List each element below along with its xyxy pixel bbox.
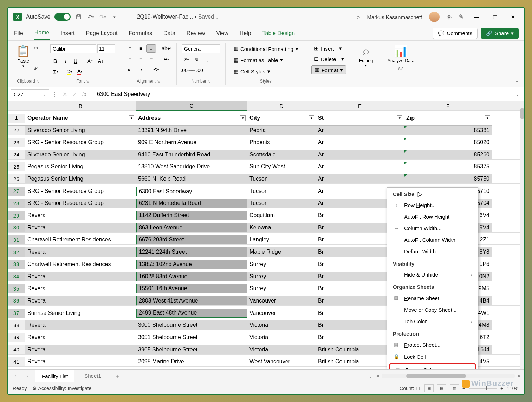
filter-arrow-icon[interactable]: ▾ xyxy=(397,115,402,121)
format-cells-button[interactable]: ▦Format ▾ xyxy=(311,65,346,74)
cell[interactable]: Revera xyxy=(25,333,136,342)
cell[interactable]: Surrey xyxy=(247,260,316,269)
cell[interactable]: 13810 West Sandridge Drive xyxy=(136,162,247,171)
row-header[interactable]: 35 xyxy=(8,284,25,293)
tab-page-layout[interactable]: Page Layout xyxy=(85,27,118,40)
row-header[interactable]: 30 xyxy=(8,223,25,233)
align-center-icon[interactable]: ≡ xyxy=(136,55,145,63)
row-header[interactable]: 32 xyxy=(8,247,25,257)
column-header[interactable]: C xyxy=(136,101,247,111)
cell[interactable]: Ar xyxy=(316,174,404,184)
share-button[interactable]: 🔗 Share ▾ xyxy=(481,28,519,39)
menu-column-width[interactable]: ↔Column Width... xyxy=(387,222,478,234)
diamond-icon[interactable]: ◈ xyxy=(447,13,452,21)
cell[interactable]: Tucson xyxy=(247,199,316,208)
bold-button[interactable]: B xyxy=(50,57,60,65)
row-header[interactable]: 29 xyxy=(8,211,25,220)
merge-center-icon[interactable]: ⬌▾ xyxy=(162,55,171,63)
align-middle-icon[interactable]: ≡ xyxy=(136,44,145,53)
expand-formula-icon[interactable]: ⌄ xyxy=(513,92,521,97)
pen-icon[interactable]: ✎ xyxy=(459,13,464,21)
cell[interactable]: Silverado Senior Living xyxy=(25,125,136,135)
cell[interactable]: 909 E Northern Avenue xyxy=(136,138,247,147)
cell[interactable]: 12241 224th Street xyxy=(136,247,247,257)
cell[interactable]: 9410 East Thunderbird Road xyxy=(136,150,247,160)
cell[interactable]: Surrey xyxy=(247,284,316,293)
clipboard-launcher[interactable]: ↘ xyxy=(37,79,39,83)
sheet-next-icon[interactable]: › xyxy=(23,373,32,379)
menu-format-cells[interactable]: ⊞Format Cells... xyxy=(389,363,476,369)
row-header[interactable]: 27 xyxy=(8,187,25,196)
cell[interactable]: 85381 xyxy=(404,125,492,135)
menu-tab-color[interactable]: Tab Color› xyxy=(387,316,478,327)
view-page-layout-icon[interactable]: ▤ xyxy=(437,384,446,392)
cell[interactable]: Ar xyxy=(316,162,404,171)
menu-default-width[interactable]: Default Width... xyxy=(387,246,478,257)
cell[interactable]: Revera xyxy=(25,223,136,233)
zoom-out-icon[interactable]: − xyxy=(462,385,465,391)
zoom-level[interactable]: 110% xyxy=(507,385,519,391)
sheet-menu-icon[interactable]: ⋮ xyxy=(368,372,373,379)
font-launcher[interactable]: ↘ xyxy=(86,79,89,83)
tab-help[interactable]: Help xyxy=(239,27,252,40)
undo-icon[interactable]: ↶▾ xyxy=(87,13,95,21)
menu-hide-unhide[interactable]: Hide & Unhide› xyxy=(387,269,478,280)
menu-move-copy[interactable]: Move or Copy Sheet... xyxy=(387,304,478,316)
comma-format-icon[interactable]: , xyxy=(203,56,213,64)
delete-cells-button[interactable]: ⊟Delete ▾ xyxy=(311,55,347,63)
paste-button[interactable]: 📋 Paste ▾ xyxy=(16,44,30,68)
row-header[interactable]: 38 xyxy=(8,320,25,330)
horizontal-scrollbar[interactable] xyxy=(382,374,515,378)
cell[interactable]: 6231 N Montebella Road xyxy=(136,199,247,208)
cell[interactable]: Maple Ridge xyxy=(247,247,316,257)
analyze-data-button[interactable]: 📊 Analyze Data xyxy=(384,43,418,65)
zoom-slider[interactable] xyxy=(469,388,497,389)
cell[interactable]: West Vancouver xyxy=(247,357,316,367)
cell[interactable]: Phoenix xyxy=(247,138,316,147)
cell[interactable]: Scottsdale xyxy=(247,150,316,160)
row-header[interactable]: 39 xyxy=(8,333,25,342)
menu-lock-cell[interactable]: 🔒Lock Cell xyxy=(387,351,478,363)
cell[interactable]: Sun City West xyxy=(247,162,316,171)
name-box[interactable]: C27⌄ xyxy=(11,89,49,99)
cell[interactable]: Ar xyxy=(316,138,404,147)
avatar[interactable] xyxy=(429,12,440,22)
cell[interactable]: Chartwell Retirement Residences xyxy=(25,235,136,245)
decrease-decimal-icon[interactable]: ←.00 xyxy=(192,66,202,74)
cut-icon[interactable]: ✂ xyxy=(32,44,40,52)
increase-indent-icon[interactable]: ⇥ xyxy=(136,65,145,74)
filter-arrow-icon[interactable]: ▾ xyxy=(129,115,134,121)
table-header[interactable]: St▾ xyxy=(316,114,404,123)
cell[interactable]: 13853 102nd Avenue xyxy=(136,260,247,269)
cell[interactable]: Revera xyxy=(25,247,136,257)
cell[interactable]: 85750 xyxy=(404,174,492,184)
font-color-button[interactable]: A▾ xyxy=(75,67,85,76)
cell[interactable]: 5660 N. Kolb Road xyxy=(136,174,247,184)
cell[interactable]: 15501 16th Avenue xyxy=(136,284,247,293)
borders-button[interactable]: ⊞▾ xyxy=(50,67,60,76)
format-painter-icon[interactable]: 🖌 xyxy=(32,64,40,72)
search-icon[interactable]: ⌕ xyxy=(356,13,360,21)
comments-button[interactable]: 💬 Comments xyxy=(433,28,478,39)
number-format-select[interactable] xyxy=(182,44,220,53)
cell[interactable]: Tucson xyxy=(247,187,316,196)
filter-arrow-icon[interactable]: ▾ xyxy=(309,115,314,121)
cell[interactable]: 2095 Marine Drive xyxy=(136,357,247,367)
cell[interactable]: 863 Leon Avenue xyxy=(136,223,247,233)
filter-arrow-icon[interactable]: ▾ xyxy=(485,115,490,121)
decrease-indent-icon[interactable]: ⇤ xyxy=(125,65,135,74)
align-bottom-icon[interactable]: ⤓ xyxy=(146,44,156,53)
cell[interactable]: 1142 Dufferin Street xyxy=(136,211,247,220)
cell[interactable]: Revera xyxy=(25,320,136,330)
cell[interactable]: SRG - Senior Resource Group xyxy=(25,199,136,208)
cell[interactable]: Pegasus Senior Living xyxy=(25,162,136,171)
cell[interactable]: Revera xyxy=(25,211,136,220)
cell[interactable]: Victoria xyxy=(247,345,316,355)
copy-icon[interactable]: ⿻ xyxy=(32,54,40,62)
cell[interactable]: SRG - Senior Resource Group xyxy=(25,138,136,147)
cell[interactable]: 85020 xyxy=(404,138,492,147)
cell[interactable]: 2499 East 48th Avenue xyxy=(136,309,247,318)
cancel-formula-icon[interactable]: ⋮ xyxy=(51,90,59,98)
cell[interactable]: Peoria xyxy=(247,125,316,135)
row-header[interactable]: 26 xyxy=(8,174,25,184)
